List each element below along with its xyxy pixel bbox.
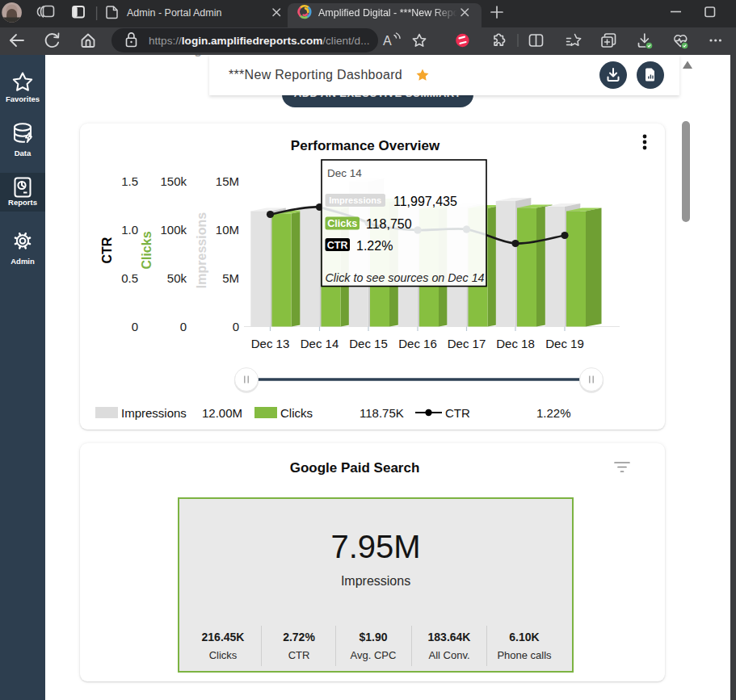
svg-text:1.0: 1.0: [121, 223, 138, 237]
svg-text:Dec 17: Dec 17: [448, 337, 486, 350]
svg-text:50k: 50k: [167, 271, 187, 285]
svg-text:15M: 15M: [216, 174, 239, 188]
svg-text:Impressions: Impressions: [329, 195, 381, 205]
svg-text:Impressions: Impressions: [121, 406, 187, 420]
svg-text:11,997,435: 11,997,435: [393, 195, 457, 208]
svg-text:10M: 10M: [216, 223, 239, 237]
svg-text:5M: 5M: [222, 271, 239, 285]
svg-text:100k: 100k: [160, 223, 187, 237]
svg-text:Dec 13: Dec 13: [251, 337, 290, 350]
svg-text:Clicks: Clicks: [140, 231, 154, 269]
svg-text:Clicks: Clicks: [327, 218, 357, 229]
svg-text:150k: 150k: [160, 174, 187, 188]
svg-text:CTR: CTR: [445, 406, 470, 420]
svg-text:CTR: CTR: [100, 237, 114, 263]
svg-text:CTR: CTR: [327, 240, 348, 251]
svg-text:1.22%: 1.22%: [356, 239, 393, 253]
svg-text:Clicks: Clicks: [280, 406, 313, 420]
svg-text:A: A: [383, 34, 392, 48]
svg-text:0: 0: [233, 320, 239, 333]
svg-text:Click to see sources on Dec 14: Click to see sources on Dec 14: [326, 271, 485, 284]
svg-text:118,750: 118,750: [366, 217, 412, 231]
svg-text:Dec 15: Dec 15: [349, 337, 388, 350]
svg-text:Dec 14: Dec 14: [327, 167, 362, 179]
svg-text:0: 0: [180, 320, 187, 333]
svg-text:118.75K: 118.75K: [360, 406, 404, 420]
svg-text:Dec 19: Dec 19: [545, 337, 584, 350]
svg-text:12.00M: 12.00M: [202, 406, 242, 420]
svg-text:Impressions: Impressions: [195, 212, 208, 288]
svg-text:0: 0: [132, 320, 138, 333]
svg-text:Dec 14: Dec 14: [301, 337, 339, 350]
svg-text:Dec 16: Dec 16: [398, 337, 437, 350]
svg-text:0.5: 0.5: [121, 271, 138, 285]
svg-text:1.5: 1.5: [121, 174, 138, 188]
svg-text:https://login.amplifiedreports: https://login.amplifiedreports.com/clien…: [149, 35, 369, 47]
svg-text:1.22%: 1.22%: [536, 406, 571, 420]
svg-text:Dec 18: Dec 18: [496, 337, 535, 350]
